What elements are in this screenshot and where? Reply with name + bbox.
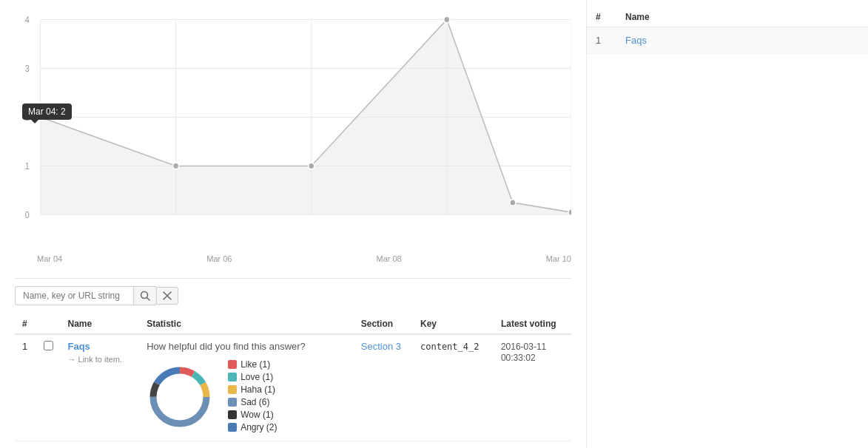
stat-question: How helpful did you find this answer? <box>147 341 346 352</box>
right-table-row: 1 Faqs <box>587 27 868 54</box>
row-latest-voting: 2016-03-11 00:33:02 <box>494 334 571 441</box>
svg-point-20 <box>510 200 516 206</box>
search-icon <box>140 291 150 301</box>
key-text: content_4_2 <box>420 342 479 352</box>
close-icon <box>163 291 172 300</box>
legend-dot-sad <box>228 398 237 407</box>
legend-item-wow: Wow (1) <box>228 410 277 420</box>
table-row: 1 Faqs → Link to item. How helpful did y… <box>15 334 571 441</box>
legend-dot-love <box>228 373 237 381</box>
row-checkbox-input[interactable] <box>44 341 53 350</box>
col-header-name: Name <box>61 314 140 334</box>
clear-button[interactable] <box>156 287 178 305</box>
row-statistic: How helpful did you find this answer? <box>139 334 354 441</box>
legend-item-like: Like (1) <box>228 359 277 370</box>
svg-text:0: 0 <box>25 210 30 220</box>
legend-label-wow: Wow (1) <box>240 410 273 420</box>
row-checkbox[interactable] <box>36 334 61 441</box>
legend-dot-wow <box>228 410 237 419</box>
svg-point-19 <box>444 16 450 23</box>
divider <box>15 278 571 279</box>
svg-point-17 <box>173 163 179 169</box>
item-link[interactable]: Faqs <box>68 341 90 352</box>
table-header-row: # Name Statistic Section Key Latest voti… <box>15 314 571 334</box>
line-chart: 4 3 2 1 0 <box>15 7 571 251</box>
search-button[interactable] <box>133 286 156 305</box>
legend-dot-haha <box>228 385 237 394</box>
col-header-key: Key <box>413 314 494 334</box>
col-header-latest-voting: Latest voting <box>494 314 571 334</box>
svg-text:4: 4 <box>25 15 30 24</box>
svg-line-23 <box>147 298 150 301</box>
section-link[interactable]: Section 3 <box>361 341 401 352</box>
right-table: # Name 1 Faqs <box>587 7 868 54</box>
right-col-num: # <box>587 7 616 27</box>
legend-label-angry: Angry (2) <box>240 422 277 432</box>
chart-container: Mar 04: 2 4 3 2 1 0 <box>15 7 571 251</box>
svg-point-18 <box>309 163 314 169</box>
vote-text: 2016-03-11 00:33:02 <box>501 342 546 363</box>
svg-point-21 <box>568 209 571 216</box>
legend-item-love: Love (1) <box>228 372 277 382</box>
right-row-name: Faqs <box>616 27 868 54</box>
x-label-mar08: Mar 08 <box>377 254 402 263</box>
row-num: 1 <box>15 334 36 441</box>
donut-svg <box>147 364 213 430</box>
right-name-link[interactable]: Faqs <box>625 35 647 46</box>
x-label-mar10: Mar 10 <box>546 254 571 263</box>
col-header-section: Section <box>354 314 413 334</box>
x-label-mar06: Mar 06 <box>206 254 232 263</box>
legend-item-sad: Sad (6) <box>228 397 277 407</box>
legend-label-love: Love (1) <box>240 372 273 382</box>
main-table: # Name Statistic Section Key Latest voti… <box>15 314 571 441</box>
stat-content: Like (1) Love (1) Haha (1) <box>147 359 346 435</box>
legend-item-haha: Haha (1) <box>228 384 277 395</box>
right-header-row: # Name <box>587 7 868 27</box>
col-header-check <box>36 314 61 334</box>
legend-dot-angry <box>228 423 237 432</box>
link-to-item[interactable]: → Link to item. <box>68 355 122 364</box>
legend: Like (1) Love (1) Haha (1) <box>228 359 277 435</box>
col-header-statistic: Statistic <box>139 314 354 334</box>
legend-label-haha: Haha (1) <box>240 384 275 395</box>
sub-link: → Link to item. <box>68 355 132 364</box>
row-name: Faqs → Link to item. <box>61 334 140 441</box>
row-section: Section 3 <box>354 334 413 441</box>
svg-point-33 <box>165 382 195 412</box>
row-key: content_4_2 <box>413 334 494 441</box>
col-header-num: # <box>15 314 36 334</box>
legend-label-sad: Sad (6) <box>240 397 269 407</box>
donut-chart <box>147 364 213 430</box>
x-label-mar04: Mar 04 <box>37 254 62 263</box>
legend-item-angry: Angry (2) <box>228 422 277 432</box>
x-axis: Mar 04 Mar 06 Mar 08 Mar 10 <box>15 251 571 271</box>
right-row-num: 1 <box>587 27 616 54</box>
legend-dot-like <box>228 360 237 369</box>
svg-text:3: 3 <box>25 64 30 73</box>
search-bar <box>15 286 571 305</box>
legend-label-like: Like (1) <box>240 359 270 370</box>
search-input[interactable] <box>15 286 133 305</box>
right-col-name: Name <box>616 7 868 27</box>
svg-text:1: 1 <box>25 161 30 171</box>
chart-tooltip: Mar 04: 2 <box>22 103 72 120</box>
right-panel: # Name 1 Faqs <box>587 0 868 448</box>
